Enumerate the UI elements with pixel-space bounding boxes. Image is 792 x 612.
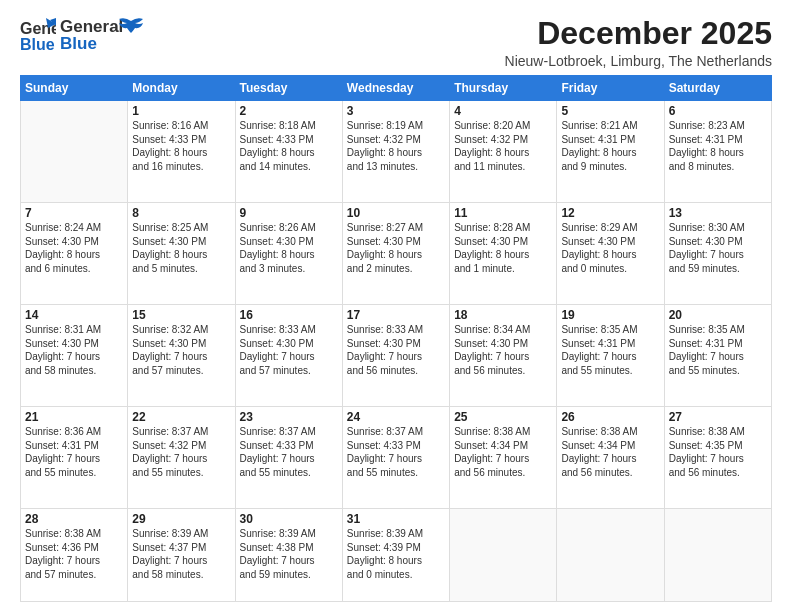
calendar-week-row: 14Sunrise: 8:31 AM Sunset: 4:30 PM Dayli… [21,305,772,407]
day-info: Sunrise: 8:33 AM Sunset: 4:30 PM Dayligh… [240,323,338,377]
svg-text:Blue: Blue [20,36,55,52]
table-row [450,509,557,602]
day-number: 25 [454,410,552,424]
header: General Blue General Blue December 2025 … [20,16,772,69]
table-row: 7Sunrise: 8:24 AM Sunset: 4:30 PM Daylig… [21,203,128,305]
day-info: Sunrise: 8:39 AM Sunset: 4:38 PM Dayligh… [240,527,338,581]
logo-bird-icon [117,15,145,47]
day-info: Sunrise: 8:23 AM Sunset: 4:31 PM Dayligh… [669,119,767,173]
table-row [664,509,771,602]
day-number: 20 [669,308,767,322]
day-info: Sunrise: 8:37 AM Sunset: 4:32 PM Dayligh… [132,425,230,479]
table-row: 1Sunrise: 8:16 AM Sunset: 4:33 PM Daylig… [128,101,235,203]
table-row: 29Sunrise: 8:39 AM Sunset: 4:37 PM Dayli… [128,509,235,602]
day-number: 8 [132,206,230,220]
day-number: 18 [454,308,552,322]
day-number: 3 [347,104,445,118]
day-number: 11 [454,206,552,220]
table-row: 28Sunrise: 8:38 AM Sunset: 4:36 PM Dayli… [21,509,128,602]
table-row: 4Sunrise: 8:20 AM Sunset: 4:32 PM Daylig… [450,101,557,203]
day-number: 9 [240,206,338,220]
table-row: 8Sunrise: 8:25 AM Sunset: 4:30 PM Daylig… [128,203,235,305]
calendar-week-row: 21Sunrise: 8:36 AM Sunset: 4:31 PM Dayli… [21,407,772,509]
calendar-week-row: 28Sunrise: 8:38 AM Sunset: 4:36 PM Dayli… [21,509,772,602]
day-number: 15 [132,308,230,322]
logo: General Blue General Blue [20,16,145,52]
day-info: Sunrise: 8:25 AM Sunset: 4:30 PM Dayligh… [132,221,230,275]
calendar-week-row: 7Sunrise: 8:24 AM Sunset: 4:30 PM Daylig… [21,203,772,305]
day-number: 13 [669,206,767,220]
col-monday: Monday [128,76,235,101]
table-row: 27Sunrise: 8:38 AM Sunset: 4:35 PM Dayli… [664,407,771,509]
calendar-table: Sunday Monday Tuesday Wednesday Thursday… [20,75,772,602]
table-row: 31Sunrise: 8:39 AM Sunset: 4:39 PM Dayli… [342,509,449,602]
title-section: December 2025 Nieuw-Lotbroek, Limburg, T… [505,16,772,69]
col-tuesday: Tuesday [235,76,342,101]
day-info: Sunrise: 8:38 AM Sunset: 4:34 PM Dayligh… [561,425,659,479]
day-info: Sunrise: 8:34 AM Sunset: 4:30 PM Dayligh… [454,323,552,377]
day-number: 28 [25,512,123,526]
day-number: 31 [347,512,445,526]
day-info: Sunrise: 8:39 AM Sunset: 4:39 PM Dayligh… [347,527,445,581]
day-number: 14 [25,308,123,322]
day-info: Sunrise: 8:38 AM Sunset: 4:34 PM Dayligh… [454,425,552,479]
day-number: 30 [240,512,338,526]
day-info: Sunrise: 8:37 AM Sunset: 4:33 PM Dayligh… [240,425,338,479]
day-number: 4 [454,104,552,118]
table-row: 11Sunrise: 8:28 AM Sunset: 4:30 PM Dayli… [450,203,557,305]
day-number: 17 [347,308,445,322]
col-thursday: Thursday [450,76,557,101]
table-row: 26Sunrise: 8:38 AM Sunset: 4:34 PM Dayli… [557,407,664,509]
table-row: 6Sunrise: 8:23 AM Sunset: 4:31 PM Daylig… [664,101,771,203]
day-info: Sunrise: 8:35 AM Sunset: 4:31 PM Dayligh… [669,323,767,377]
table-row: 17Sunrise: 8:33 AM Sunset: 4:30 PM Dayli… [342,305,449,407]
table-row: 25Sunrise: 8:38 AM Sunset: 4:34 PM Dayli… [450,407,557,509]
month-title: December 2025 [505,16,772,51]
day-number: 5 [561,104,659,118]
day-number: 2 [240,104,338,118]
day-info: Sunrise: 8:20 AM Sunset: 4:32 PM Dayligh… [454,119,552,173]
day-number: 19 [561,308,659,322]
col-friday: Friday [557,76,664,101]
day-number: 26 [561,410,659,424]
day-info: Sunrise: 8:33 AM Sunset: 4:30 PM Dayligh… [347,323,445,377]
day-info: Sunrise: 8:31 AM Sunset: 4:30 PM Dayligh… [25,323,123,377]
day-info: Sunrise: 8:38 AM Sunset: 4:36 PM Dayligh… [25,527,123,581]
day-number: 23 [240,410,338,424]
table-row: 13Sunrise: 8:30 AM Sunset: 4:30 PM Dayli… [664,203,771,305]
calendar-header-row: Sunday Monday Tuesday Wednesday Thursday… [21,76,772,101]
day-number: 16 [240,308,338,322]
day-number: 29 [132,512,230,526]
day-info: Sunrise: 8:21 AM Sunset: 4:31 PM Dayligh… [561,119,659,173]
day-number: 24 [347,410,445,424]
day-info: Sunrise: 8:18 AM Sunset: 4:33 PM Dayligh… [240,119,338,173]
logo-general-text: General [60,18,123,35]
day-number: 27 [669,410,767,424]
logo-icon: General Blue [20,16,56,52]
table-row: 12Sunrise: 8:29 AM Sunset: 4:30 PM Dayli… [557,203,664,305]
table-row: 19Sunrise: 8:35 AM Sunset: 4:31 PM Dayli… [557,305,664,407]
table-row: 15Sunrise: 8:32 AM Sunset: 4:30 PM Dayli… [128,305,235,407]
table-row: 14Sunrise: 8:31 AM Sunset: 4:30 PM Dayli… [21,305,128,407]
day-info: Sunrise: 8:29 AM Sunset: 4:30 PM Dayligh… [561,221,659,275]
day-info: Sunrise: 8:38 AM Sunset: 4:35 PM Dayligh… [669,425,767,479]
logo-blue-text: Blue [60,35,123,52]
table-row: 21Sunrise: 8:36 AM Sunset: 4:31 PM Dayli… [21,407,128,509]
day-info: Sunrise: 8:35 AM Sunset: 4:31 PM Dayligh… [561,323,659,377]
table-row: 30Sunrise: 8:39 AM Sunset: 4:38 PM Dayli… [235,509,342,602]
col-sunday: Sunday [21,76,128,101]
table-row: 24Sunrise: 8:37 AM Sunset: 4:33 PM Dayli… [342,407,449,509]
table-row: 22Sunrise: 8:37 AM Sunset: 4:32 PM Dayli… [128,407,235,509]
table-row: 2Sunrise: 8:18 AM Sunset: 4:33 PM Daylig… [235,101,342,203]
day-number: 10 [347,206,445,220]
page: General Blue General Blue December 2025 … [0,0,792,612]
table-row: 20Sunrise: 8:35 AM Sunset: 4:31 PM Dayli… [664,305,771,407]
table-row [557,509,664,602]
day-number: 22 [132,410,230,424]
location: Nieuw-Lotbroek, Limburg, The Netherlands [505,53,772,69]
day-info: Sunrise: 8:32 AM Sunset: 4:30 PM Dayligh… [132,323,230,377]
day-info: Sunrise: 8:26 AM Sunset: 4:30 PM Dayligh… [240,221,338,275]
day-info: Sunrise: 8:28 AM Sunset: 4:30 PM Dayligh… [454,221,552,275]
table-row: 16Sunrise: 8:33 AM Sunset: 4:30 PM Dayli… [235,305,342,407]
day-info: Sunrise: 8:39 AM Sunset: 4:37 PM Dayligh… [132,527,230,581]
